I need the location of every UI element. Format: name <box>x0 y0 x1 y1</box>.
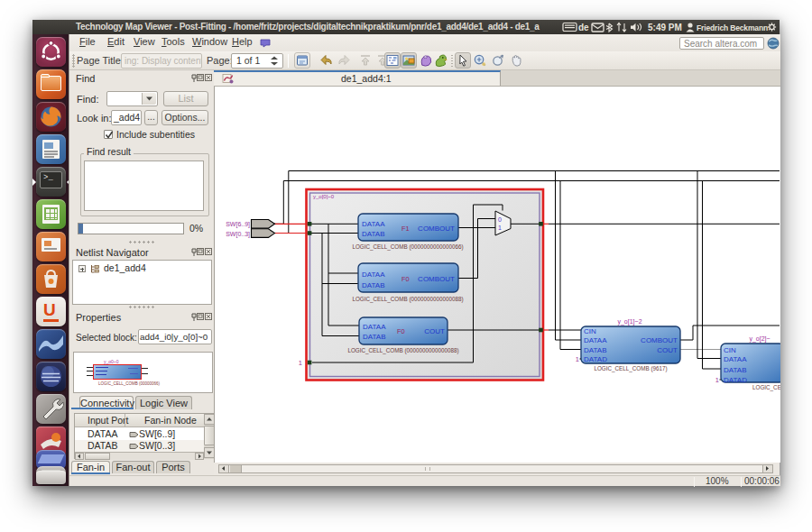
svg-text:LOGIC_CELL_COMB (0000000000000: LOGIC_CELL_COMB (0000000000000066) <box>352 243 463 251</box>
svg-text:COMBOUT: COMBOUT <box>418 275 455 283</box>
svg-text:F0: F0 <box>401 275 410 283</box>
svg-text:1: 1 <box>299 359 302 367</box>
svg-text:COMBOUT: COMBOUT <box>641 336 678 344</box>
svg-text:DATAD: DATAD <box>724 376 747 384</box>
svg-text:DATAD: DATAD <box>584 355 607 363</box>
svg-text:0: 0 <box>498 216 502 223</box>
svg-text:5:49 PM: 5:49 PM <box>648 23 682 32</box>
svg-text:1: 1 <box>715 376 719 384</box>
svg-text:F0: F0 <box>397 327 405 335</box>
svg-text:F1: F1 <box>401 225 410 233</box>
svg-text:y_o[2]~: y_o[2]~ <box>749 335 770 343</box>
svg-text:DATAA: DATAA <box>363 323 386 331</box>
svg-text:Friedrich Beckmann: Friedrich Beckmann <box>697 23 768 32</box>
svg-text:DATAA: DATAA <box>584 336 607 344</box>
svg-text:LOGIC_CELL_CO: LOGIC_CELL_CO <box>752 384 780 391</box>
svg-text:COMBOUT: COMBOUT <box>418 225 455 233</box>
svg-text:DATAB: DATAB <box>724 366 746 374</box>
svg-text:CIN: CIN <box>584 327 596 335</box>
svg-text:DATAB: DATAB <box>584 346 606 354</box>
svg-text:DATAA: DATAA <box>724 355 747 363</box>
svg-text:LOGIC_CELL_COMB (0000000000000: LOGIC_CELL_COMB (0000000000000088) <box>347 347 458 354</box>
svg-text:DATAA: DATAA <box>362 271 385 279</box>
svg-text:1: 1 <box>576 355 579 363</box>
svg-text:DATAB: DATAB <box>363 333 385 341</box>
svg-text:LOGIC_CELL_COMB (0000000000000: LOGIC_CELL_COMB (0000000000000088) <box>352 296 463 303</box>
svg-text:DATAB: DATAB <box>362 281 384 289</box>
svg-text:COUT: COUT <box>657 346 678 354</box>
svg-text:LOGIC_CELL_COMB (9617): LOGIC_CELL_COMB (9617) <box>594 365 667 372</box>
svg-text:DATAA: DATAA <box>362 220 385 228</box>
svg-text:COUT: COUT <box>424 327 445 335</box>
svg-text:y_o[1]~2: y_o[1]~2 <box>617 318 641 326</box>
svg-text:SW[0..3]: SW[0..3] <box>226 231 250 238</box>
svg-text:DATAB: DATAB <box>362 230 384 238</box>
svg-text:1: 1 <box>498 225 502 231</box>
svg-text:de: de <box>578 23 589 32</box>
svg-text:SW[6..9]: SW[6..9] <box>226 221 250 228</box>
svg-text:y_o[0]~0: y_o[0]~0 <box>313 194 335 199</box>
svg-text:CIN: CIN <box>724 346 736 354</box>
